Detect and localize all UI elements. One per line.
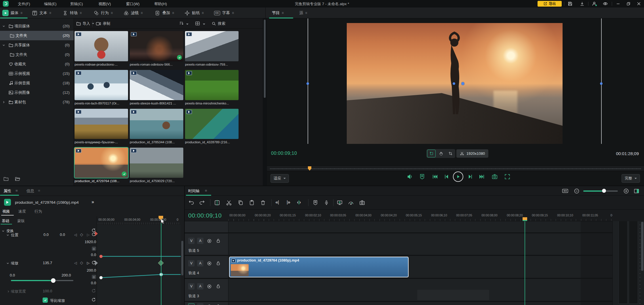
- subtab-speed[interactable]: 速度: [18, 209, 26, 214]
- media-item[interactable]: pexels-rodnae-productions-...: [75, 31, 128, 66]
- tab-timeline[interactable]: 时间轴: [188, 188, 199, 194]
- redo-icon[interactable]: [199, 200, 205, 205]
- chevron-right-icon[interactable]: [7, 290, 10, 293]
- interpolation-icon[interactable]: []: [92, 247, 96, 251]
- media-item[interactable]: pexels-roman-odintsov-566...: [130, 31, 183, 66]
- play-button[interactable]: [453, 171, 463, 182]
- section-basic[interactable]: 基础: [2, 218, 9, 224]
- tab-menu-icon[interactable]: ≡: [20, 11, 23, 15]
- tab-filters[interactable]: 滤镜≡: [123, 7, 143, 18]
- import-button[interactable]: 导入: [76, 18, 94, 29]
- track-lock-icon[interactable]: [216, 260, 221, 266]
- tab-stickers[interactable]: 贴纸≡: [184, 7, 204, 18]
- copy-icon[interactable]: [238, 200, 243, 206]
- kf-playhead-line[interactable]: [161, 217, 161, 305]
- close-icon[interactable]: [637, 1, 641, 6]
- marker-icon[interactable]: [313, 200, 318, 206]
- tab-subtitles[interactable]: CC 字幕≡: [214, 7, 234, 18]
- track-audio-toggle[interactable]: A: [197, 283, 203, 289]
- add-keyframe-icon[interactable]: ◇: [80, 232, 83, 237]
- media-item-selected[interactable]: production_id_4729764 (108...: [75, 148, 128, 183]
- marker-icon[interactable]: [419, 174, 425, 180]
- timeline-scrollbar[interactable]: [641, 222, 643, 271]
- sidebar-item-favorites[interactable]: 收藏夹 (0): [0, 59, 74, 69]
- tab-menu-icon[interactable]: ≡: [16, 188, 18, 193]
- track-visibility-icon[interactable]: [207, 284, 212, 289]
- ripple-next-icon[interactable]: |»: [287, 199, 290, 205]
- tab-behaviors[interactable]: 行为≡: [93, 7, 113, 18]
- crop-tool-button[interactable]: [446, 150, 455, 157]
- media-item[interactable]: production_id_3785344 (108...: [130, 109, 183, 144]
- tab-menu-icon[interactable]: ≡: [141, 11, 143, 15]
- grid-view-icon[interactable]: [195, 21, 200, 26]
- paste-icon[interactable]: [249, 200, 255, 206]
- export-button[interactable]: 导出: [538, 1, 562, 7]
- keyframe-curves[interactable]: [97, 225, 181, 305]
- add-keyframe-icon[interactable]: ◇: [80, 260, 83, 265]
- media-item[interactable]: pexels-ron-lach-8970117 (Or...: [75, 70, 128, 105]
- menu-edit[interactable]: 编辑(E): [44, 1, 56, 7]
- menu-window[interactable]: 窗口(W): [126, 1, 140, 7]
- prev-keyframe-icon[interactable]: ◁: [74, 233, 77, 237]
- right-guide-line[interactable]: [601, 18, 602, 144]
- playback-quality-dropdown[interactable]: 完整: [622, 174, 640, 183]
- track-video-toggle[interactable]: V: [188, 260, 195, 266]
- track-video-toggle[interactable]: V: [188, 238, 195, 244]
- tab-menu-icon[interactable]: ≡: [49, 11, 52, 15]
- sidebar-item-project-media[interactable]: 项目媒体 (20): [0, 21, 74, 31]
- track-height-icon[interactable]: [634, 188, 639, 194]
- undo-icon[interactable]: [188, 200, 195, 205]
- go-to-start-icon[interactable]: [432, 174, 438, 180]
- record-button[interactable]: 录制: [96, 18, 110, 29]
- subtab-behavior[interactable]: 行为: [35, 209, 42, 214]
- sidebar-item-sample-video[interactable]: 示例视频 (15): [0, 69, 74, 78]
- monitor-scrub-bar[interactable]: [267, 165, 644, 171]
- chevron-down-icon[interactable]: [6, 234, 9, 237]
- mute-icon[interactable]: [407, 174, 413, 180]
- tab-menu-icon[interactable]: ≡: [232, 11, 234, 15]
- media-item[interactable]: pexels-владимир-брызгин-...: [75, 109, 128, 144]
- split-icon[interactable]: [214, 200, 220, 206]
- hand-tool-button[interactable]: [437, 150, 445, 157]
- track-visibility-icon[interactable]: [207, 261, 212, 266]
- sidebar-item-sample-audio[interactable]: 示例音频 (18): [0, 78, 74, 88]
- track-lock-icon[interactable]: [216, 283, 221, 289]
- open-folder-icon[interactable]: [15, 177, 20, 181]
- track-lane[interactable]: [228, 234, 581, 255]
- tab-source-monitor[interactable]: 源≡: [299, 7, 308, 18]
- download-icon[interactable]: [580, 1, 585, 6]
- timeline-playhead-line[interactable]: [525, 221, 525, 305]
- menu-file[interactable]: 文件(F): [18, 1, 30, 7]
- screen-record-icon[interactable]: [337, 200, 343, 206]
- track-lane[interactable]: [228, 279, 581, 301]
- tab-menu-icon[interactable]: ≡: [205, 188, 207, 193]
- timeline-zoom-knob[interactable]: [602, 189, 606, 193]
- keyframe-edge-marker[interactable]: [95, 231, 98, 236]
- microphone-icon[interactable]: [324, 200, 329, 206]
- tab-menu-icon[interactable]: ≡: [282, 11, 284, 15]
- kf-scrollbar[interactable]: [181, 241, 183, 275]
- zoom-in-icon[interactable]: [623, 188, 629, 194]
- restore-icon[interactable]: [626, 1, 631, 6]
- transform-anchor-handle[interactable]: [461, 82, 464, 85]
- track-video-toggle[interactable]: V: [188, 303, 195, 305]
- tab-menu-icon[interactable]: ≡: [305, 11, 308, 15]
- track-row-3[interactable]: V A 轨道 3: [185, 279, 612, 302]
- subtab-video[interactable]: 视频: [2, 209, 10, 214]
- tab-menu-icon[interactable]: ≡: [172, 11, 174, 15]
- scrub-playhead[interactable]: [308, 166, 311, 171]
- tab-text[interactable]: 文本≡: [32, 7, 52, 18]
- position-y-value[interactable]: 0.0: [57, 232, 68, 237]
- tab-menu-icon[interactable]: ≡: [202, 11, 204, 15]
- next-keyframe-icon[interactable]: ▷: [87, 261, 89, 265]
- track-audio-toggle[interactable]: A: [197, 303, 203, 305]
- ripple-previous-icon[interactable]: «|: [275, 199, 279, 205]
- sidebar-item-folder[interactable]: 文件夹 (20): [0, 31, 74, 40]
- chevron-down-icon[interactable]: [0, 44, 7, 47]
- track-lock-icon[interactable]: [216, 238, 221, 243]
- scale-slider-knob[interactable]: [51, 278, 56, 283]
- chevron-down-icon[interactable]: [0, 25, 7, 28]
- section-mask[interactable]: 蒙版: [17, 218, 25, 224]
- next-keyframe-icon[interactable]: ▷: [87, 233, 89, 237]
- fit-dropdown[interactable]: 适应: [270, 174, 289, 183]
